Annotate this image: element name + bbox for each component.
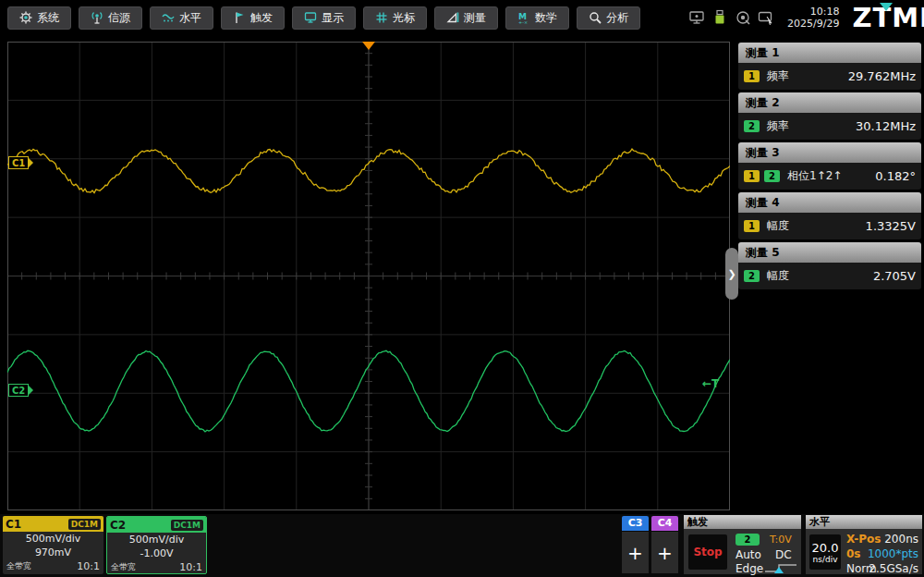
channel2-level-marker[interactable]: C2 [8,384,33,397]
channel2-coupling-badge: DC1M [171,520,203,531]
display-icon [304,11,317,24]
measurement-row: 1频率29.762MHz [738,63,921,90]
scope-grid-and-traces [7,42,730,510]
channel2-footer: 全带宽 10:1 [107,561,206,573]
toolbar-button-display[interactable]: 显示 [292,6,356,30]
measurement-row: 12相位1↑2↑0.182° [738,163,921,190]
channel-box-c1[interactable]: C1 DC1M 500mV/div 970mV 全带宽 10:1 [3,516,103,574]
channel-box-c3: C3 + [622,516,649,573]
measurement-block[interactable]: 测量 11频率29.762MHz [738,43,921,90]
toolbar-button-label: 信源 [108,10,130,26]
toolbar-button-horizontal[interactable]: 水平 [150,6,213,30]
toolbar-button-label: 数学 [535,10,557,26]
measurement-block[interactable]: 测量 312相位1↑2↑0.182° [738,142,921,190]
touch-status-icon[interactable] [735,9,751,26]
cursor-grid-icon [375,11,388,24]
screen-status-icon[interactable] [688,9,705,26]
panel-expand-handle[interactable]: ❯ [725,248,738,300]
measurement-value: 1.3325V [866,219,916,233]
channel1-probe-ratio: 10:1 [77,560,100,572]
timebase-value: 20.0 [812,541,839,555]
toolbar-button-label: 触发 [250,10,273,26]
horizontal-wave-icon [162,11,175,24]
channel1-marker-label: C1 [8,156,29,169]
toolbar-button-analysis[interactable]: 分析 [577,6,640,30]
trigger-panel[interactable]: 触发 Stop 2 Auto Edge T:0V DC [684,515,801,574]
measurement-block[interactable]: 测量 22频率30.12MHz [738,92,921,140]
channel2-probe-ratio: 10:1 [179,561,202,573]
toolbar-button-label: 测量 [464,10,486,26]
status-icons [688,9,774,26]
time-text: 10:18 [787,6,839,18]
top-toolbar: 系统信源水平触发显示光标测量M+-×数学分析 10:18 2025/9/29 Z… [0,0,924,35]
measurement-row: 2幅度2.705V [738,263,921,289]
measurement-value: 0.182° [875,169,916,183]
record-points: 1000*pts [868,547,918,560]
toolbar-button-math[interactable]: M+-×数学 [505,6,569,30]
clock: 10:18 2025/9/29 [787,6,839,30]
horizontal-panel-body: 20.0 ns/div X-Pos 0s Norm 200ns 1000*pts… [806,529,922,574]
acquisition-status-button[interactable]: Stop [688,534,727,570]
measurement-label: 幅度 [767,218,789,234]
trigger-type: Edge [736,562,763,575]
date-text: 2025/9/29 [787,18,839,30]
gear-icon [19,11,32,24]
channel1-marker-arrow-icon [29,158,33,167]
measurement-block[interactable]: 测量 52幅度2.705V [738,242,921,289]
channel-2-badge: 2 [744,120,760,132]
channel2-offset: -1.00V [107,546,206,560]
channel2-name: C2 [110,519,126,532]
timebase-scale-button[interactable]: 20.0 ns/div [809,534,841,570]
toolbar-button-label: 显示 [322,10,344,26]
toolbar-button-source[interactable]: 信源 [79,6,142,30]
horizontal-panel[interactable]: 水平 20.0 ns/div X-Pos 0s Norm 200ns 1000*… [806,515,922,574]
math-icon: M+-× [517,11,530,24]
channel2-bandwidth: 全带宽 [111,561,136,573]
channel1-header: C1 DC1M [3,516,103,532]
waveform-display[interactable]: C1 C2 ←T [7,42,730,510]
brand-logo-triangle-icon [880,3,893,11]
add-channel4-button[interactable]: + [651,532,678,573]
measurement-block[interactable]: 测量 41幅度1.3325V [738,192,921,239]
measurement-value: 30.12MHz [856,119,916,133]
measurement-title: 测量 3 [738,142,921,163]
channel-1-badge: 1 [744,70,760,82]
add-channel3-button[interactable]: + [622,532,649,573]
usb-storage-icon[interactable] [711,9,728,26]
trigger-level-value: T:0V [770,534,792,546]
channel2-scale: 500mV/div [107,533,206,546]
sample-rate: 2.5GSa/s [869,562,918,575]
toolbar-button-trigger[interactable]: 触发 [221,6,285,30]
channel-1-badge: 1 [744,220,760,232]
channel-box-c2[interactable]: C2 DC1M 500mV/div -1.00V 全带宽 10:1 [106,516,207,574]
measurement-title: 测量 5 [738,242,921,263]
toolbar-button-cursor[interactable]: 光标 [363,6,427,30]
measurement-value: 29.762MHz [848,69,916,83]
trigger-level-marker[interactable]: ←T [702,377,719,390]
measurement-row: 1幅度1.3325V [738,213,921,239]
trigger-sweep-mode: Auto [736,548,761,561]
channel-box-c4: C4 + [651,516,678,573]
measurement-label: 频率 [767,118,789,134]
toolbar-button-system[interactable]: 系统 [7,6,71,30]
measurement-label: 幅度 [767,268,789,284]
gesture-status-icon[interactable] [758,9,774,26]
channel1-footer: 全带宽 10:1 [3,560,103,572]
channel4-name: C4 [651,516,678,531]
trigger-coupling: DC [775,548,792,561]
channel2-marker-arrow-icon [29,386,33,395]
xpos-value: 0s [846,547,861,560]
bottom-bar: C1 DC1M 500mV/div 970mV 全带宽 10:1 C2 DC1M… [0,514,924,577]
brand-logo: ZTMI [852,2,924,33]
toolbar-button-label: 光标 [393,10,415,26]
time-window: 200ns [884,533,918,546]
channel1-coupling-badge: DC1M [68,519,101,530]
channel3-name: C3 [622,516,649,531]
measurement-value: 2.705V [873,269,916,283]
toolbar-button-measure[interactable]: 测量 [434,6,498,30]
channel1-name: C1 [6,518,21,531]
channel1-level-marker[interactable]: C1 [8,156,33,169]
trigger-position-marker[interactable] [362,42,375,50]
channel-2-badge: 2 [764,170,780,182]
toolbar-buttons: 系统信源水平触发显示光标测量M+-×数学分析 [7,6,640,30]
